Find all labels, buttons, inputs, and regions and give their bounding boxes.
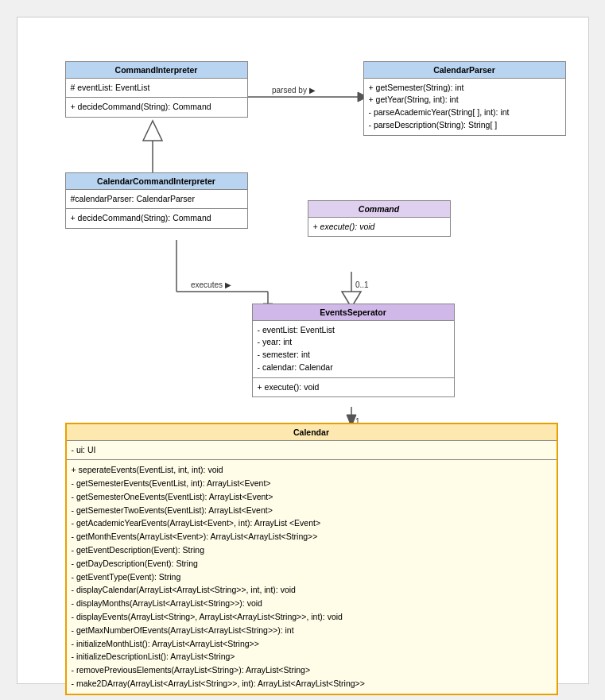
cal-method-8: - getDayDescription(Event): String	[72, 557, 552, 570]
cal-method-9: - getEventType(Event): String	[72, 570, 552, 584]
calendar-field-ui: - ui: UI	[72, 444, 552, 457]
command-box: Command + execute(): void	[308, 200, 451, 238]
command-interpreter-fields: # eventList: EventList	[66, 79, 247, 99]
svg-text:0..1: 0..1	[355, 280, 369, 289]
command-methods: + execute(): void	[308, 218, 450, 237]
cal-method-10: - displayCalendar(ArrayList<ArrayList<St…	[72, 583, 552, 597]
cp-method-parseacademic: - parseAcademicYear(String[ ], int): int	[369, 106, 560, 119]
command-interpreter-box: CommandInterpreter # eventList: EventLis…	[65, 61, 248, 118]
cp-method-parsedesc: - parseDescription(String): String[ ]	[369, 119, 560, 132]
cal-method-2: - getSemesterEvents(EventList, int): Arr…	[72, 477, 552, 490]
cal-method-11: - displayMonths(ArrayList<ArrayList<Stri…	[72, 597, 552, 610]
events-separator-box: EventsSeperator - eventList: EventList -…	[252, 304, 455, 398]
command-header: Command	[308, 201, 450, 218]
cci-field-parser: #calendarParser: CalendarParser	[71, 193, 242, 206]
cal-method-15: - initializeDescriptionList(): ArrayList…	[72, 650, 552, 663]
cp-methods: + getSemester(String): int + getYear(Str…	[364, 79, 565, 135]
es-header: EventsSeperator	[253, 304, 454, 321]
cp-header: CalendarParser	[364, 62, 565, 79]
cal-method-7: - getEventDescription(Event): String	[72, 543, 552, 557]
cp-method-getyear: + getYear(String, int): int	[369, 94, 560, 106]
method-decidecommand: + decideCommand(String): Command	[71, 101, 242, 114]
command-interpreter-header: CommandInterpreter	[66, 62, 247, 79]
es-fields: - eventList: EventList - year: int - sem…	[253, 321, 454, 378]
cal-method-14: - initializeMonthList(): ArrayList<Array…	[72, 637, 552, 651]
calendar-box: Calendar - ui: UI + seperateEvents(Event…	[65, 423, 558, 695]
cci-methods: + decideCommand(String): Command	[66, 209, 247, 228]
command-interpreter-methods: + decideCommand(String): Command	[66, 98, 247, 117]
es-field-year: - year: int	[258, 336, 449, 349]
cal-method-5: - getAcademicYearEvents(ArrayList<Event>…	[72, 516, 552, 530]
cal-method-4: - getSemesterTwoEvents(EventList): Array…	[72, 504, 552, 517]
es-methods: + execute(): void	[253, 378, 454, 397]
cal-method-6: - getMonthEvents(ArrayList<Event>): Arra…	[72, 530, 552, 543]
svg-text:executes ▶: executes ▶	[191, 280, 231, 289]
svg-marker-1	[143, 121, 162, 141]
es-method-execute: + execute(): void	[258, 381, 449, 394]
calendar-parser-box: CalendarParser + getSemester(String): in…	[363, 61, 566, 136]
es-field-eventlist: - eventList: EventList	[258, 324, 449, 337]
cci-method-decide: + decideCommand(String): Command	[71, 212, 242, 225]
field-eventlist: # eventList: EventList	[71, 82, 242, 95]
calendar-command-interpreter-box: CalendarCommandInterpreter #calendarPars…	[65, 172, 248, 230]
cp-method-getsemester: + getSemester(String): int	[369, 82, 560, 95]
svg-text:parsed by ▶: parsed by ▶	[272, 86, 316, 95]
cal-method-1: + seperateEvents(EventList, int, int): v…	[72, 463, 552, 477]
cci-header: CalendarCommandInterpreter	[66, 173, 247, 190]
diagram-container: executes ▶ parsed by ▶ 1 0..1 1 CommandI…	[17, 17, 589, 684]
calendar-methods: + seperateEvents(EventList, int, int): v…	[67, 460, 557, 694]
cci-fields: #calendarParser: CalendarParser	[66, 190, 247, 210]
command-method-execute: + execute(): void	[313, 221, 445, 234]
cal-method-16: - removePreviousElements(ArrayList<Strin…	[72, 663, 552, 677]
cal-method-3: - getSemesterOneEvents(EventList): Array…	[72, 490, 552, 504]
es-field-semester: - semester: int	[258, 349, 449, 362]
cal-method-13: - getMaxNumberOfEvents(ArrayList<ArrayLi…	[72, 624, 552, 637]
calendar-fields: - ui: UI	[67, 441, 557, 461]
calendar-header: Calendar	[67, 424, 557, 441]
es-field-calendar: - calendar: Calendar	[258, 362, 449, 374]
cal-method-17: - make2DArray(ArrayList<ArrayList<String…	[72, 677, 552, 690]
cal-method-12: - displayEvents(ArrayList<String>, Array…	[72, 610, 552, 624]
